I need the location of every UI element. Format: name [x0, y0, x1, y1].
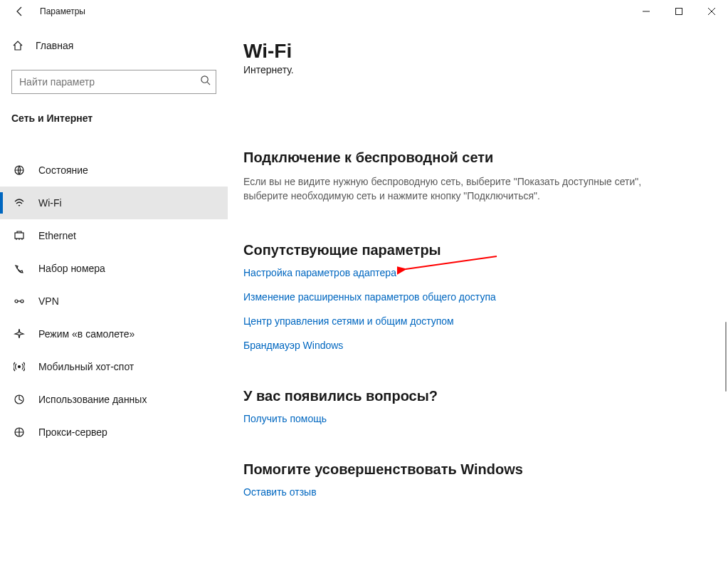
page-subline: Интернету.	[243, 64, 712, 75]
close-button[interactable]	[695, 0, 728, 23]
sidebar-item-proxy[interactable]: Прокси-сервер	[0, 416, 228, 449]
sidebar-item-datausage[interactable]: Использование данных	[0, 383, 228, 416]
link-feedback[interactable]: Оставить отзыв	[243, 486, 712, 498]
vpn-icon	[13, 295, 26, 308]
search-icon	[200, 75, 211, 88]
section-feedback-heading: Помогите усовершенствовать Windows	[243, 461, 712, 478]
dialup-icon	[13, 262, 26, 275]
sidebar-item-label: Wi-Fi	[38, 197, 62, 209]
svg-point-9	[21, 300, 23, 303]
svg-point-8	[15, 300, 18, 303]
sidebar-item-label: Режим «в самолете»	[38, 328, 134, 340]
link-advanced-sharing[interactable]: Изменение расширенных параметров общего …	[243, 291, 712, 303]
back-button[interactable]	[6, 0, 34, 23]
svg-rect-7	[15, 233, 23, 239]
sidebar-item-label: VPN	[38, 295, 59, 307]
sidebar-category: Сеть и Интернет	[0, 103, 228, 132]
maximize-button[interactable]	[663, 0, 695, 23]
window-title: Параметры	[34, 6, 85, 16]
link-network-center[interactable]: Центр управления сетями и общим доступом	[243, 315, 712, 327]
search-field-wrap	[11, 70, 216, 94]
datausage-icon	[13, 393, 26, 406]
status-icon	[13, 164, 26, 177]
sidebar-item-label: Набор номера	[38, 263, 105, 274]
svg-rect-1	[676, 9, 682, 15]
sidebar-item-label: Использование данных	[38, 394, 147, 405]
search-input[interactable]	[11, 70, 216, 94]
scrollbar-thumb[interactable]	[725, 322, 727, 392]
link-get-help[interactable]: Получить помощь	[243, 413, 712, 424]
proxy-icon	[13, 426, 26, 439]
sidebar-item-hotspot[interactable]: Мобильный хот-спот	[0, 350, 228, 383]
sidebar-home[interactable]: Главная	[0, 31, 228, 60]
sidebar-item-label: Мобильный хот-спот	[38, 361, 134, 372]
sidebar-nav: Состояние Wi-Fi Ethernet Набор номера VP…	[0, 154, 228, 449]
page-title: Wi-Fi	[243, 40, 712, 63]
sidebar-item-ethernet[interactable]: Ethernet	[0, 219, 228, 252]
link-adapter-settings[interactable]: Настройка параметров адаптера	[243, 267, 712, 278]
hotspot-icon	[13, 360, 26, 373]
section-related-heading: Сопутствующие параметры	[243, 242, 712, 258]
svg-line-5	[207, 82, 210, 85]
sidebar-item-label: Прокси-сервер	[38, 426, 107, 438]
link-firewall[interactable]: Брандмауэр Windows	[243, 340, 712, 351]
airplane-icon	[13, 328, 26, 340]
connect-desc: Если вы не видите нужную беспроводную се…	[243, 174, 685, 204]
sidebar-item-wifi[interactable]: Wi-Fi	[0, 187, 228, 219]
ethernet-icon	[13, 229, 26, 242]
sidebar-home-label: Главная	[36, 40, 73, 51]
section-questions-heading: У вас появились вопросы?	[243, 388, 712, 404]
titlebar: Параметры	[0, 0, 728, 23]
section-connect-heading: Подключение к беспроводной сети	[243, 150, 712, 166]
home-icon	[11, 39, 24, 52]
sidebar-item-label: Ethernet	[38, 230, 76, 241]
main-content: Wi-Fi Интернету. Подключение к беспровод…	[228, 23, 728, 571]
svg-point-10	[19, 366, 21, 368]
sidebar-item-status[interactable]: Состояние	[0, 154, 228, 187]
wifi-icon	[13, 197, 26, 209]
sidebar-item-vpn[interactable]: VPN	[0, 285, 228, 318]
minimize-button[interactable]	[630, 0, 663, 23]
sidebar-item-airplane[interactable]: Режим «в самолете»	[0, 318, 228, 350]
sidebar-item-label: Состояние	[38, 164, 88, 176]
svg-point-4	[201, 76, 208, 83]
sidebar-item-dialup[interactable]: Набор номера	[0, 252, 228, 285]
sidebar: Главная Сеть и Интернет Состояние Wi-Fi …	[0, 23, 228, 571]
